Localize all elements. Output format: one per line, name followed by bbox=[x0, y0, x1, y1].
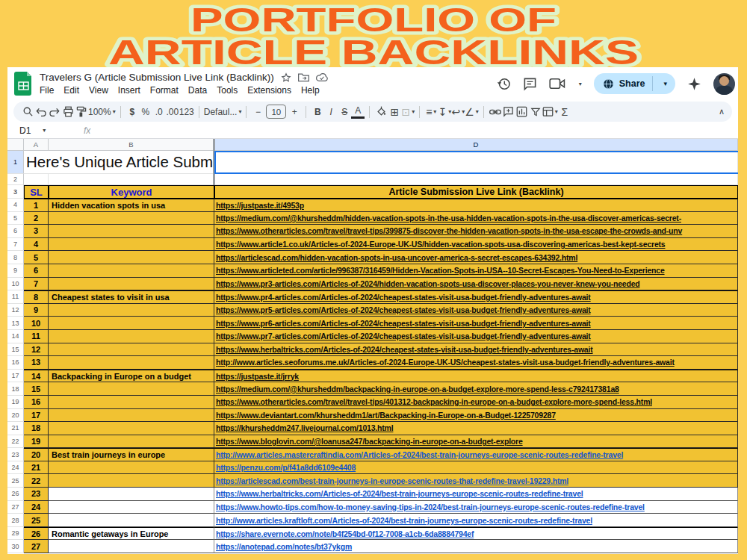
row-header[interactable]: 7 bbox=[7, 238, 24, 252]
insert-chart-icon[interactable] bbox=[515, 104, 529, 120]
hidden-column-c-indicator[interactable] bbox=[213, 139, 215, 185]
gemini-sparkle-icon[interactable] bbox=[687, 77, 701, 91]
row-header[interactable]: 5 bbox=[7, 212, 24, 225]
cell-a2[interactable] bbox=[24, 174, 49, 185]
cell-sl[interactable]: 25 bbox=[24, 514, 49, 527]
row-header[interactable]: 26 bbox=[7, 488, 24, 501]
cell-link[interactable]: https://www.pr4-articles.com/Articles-of… bbox=[214, 290, 738, 304]
row-header[interactable]: 20 bbox=[7, 409, 24, 423]
filter-icon[interactable] bbox=[529, 104, 542, 120]
cell-keyword[interactable] bbox=[49, 251, 214, 264]
cell-keyword[interactable] bbox=[49, 212, 214, 225]
row-header[interactable]: 14 bbox=[7, 330, 24, 343]
backlink-url[interactable]: https://www.howto-tips.com/how-to-money-… bbox=[216, 503, 645, 511]
cell-link[interactable]: https://medium.com/@khursheddm/backpacki… bbox=[214, 382, 738, 396]
cell-keyword[interactable] bbox=[49, 488, 214, 501]
row-header[interactable]: 23 bbox=[7, 448, 24, 461]
format-percent-button[interactable]: % bbox=[139, 104, 152, 120]
decrease-decimal-button[interactable]: .0 bbox=[152, 104, 166, 120]
cell-link[interactable]: https://articlescad.com/best-train-journ… bbox=[214, 474, 738, 488]
backlink-url[interactable]: https://www.articleted.com/article/99638… bbox=[216, 266, 665, 275]
name-box[interactable]: D1▾ bbox=[7, 125, 73, 136]
cell-sl[interactable]: 11 bbox=[24, 330, 49, 343]
backlink-url[interactable]: https://www.pr3-articles.com/Articles-of… bbox=[216, 279, 639, 288]
menu-tools[interactable]: Tools bbox=[217, 85, 238, 96]
menu-edit[interactable]: Edit bbox=[63, 85, 79, 96]
cell-link[interactable]: https://www.deviantart.com/khursheddm1/a… bbox=[214, 409, 738, 423]
backlink-url[interactable]: https://share.evernote.com/note/b4f254bd… bbox=[216, 529, 474, 538]
search-icon[interactable] bbox=[21, 104, 34, 120]
cell-link[interactable]: https://www.pr6-articles.com/Articles-of… bbox=[214, 317, 738, 330]
cell-sl[interactable]: 6 bbox=[24, 264, 49, 278]
cell-sl[interactable]: 12 bbox=[24, 343, 49, 357]
cell-keyword[interactable] bbox=[49, 330, 214, 343]
backlink-url[interactable]: https://www.article1.co.uk/Articles-of-2… bbox=[216, 240, 665, 249]
backlink-url[interactable]: https://www.herbaltricks.com/Articles-of… bbox=[216, 489, 583, 498]
row-header[interactable]: 4 bbox=[7, 199, 24, 212]
font-size-input[interactable]: 10 bbox=[266, 105, 286, 119]
row-header[interactable]: 24 bbox=[7, 461, 24, 475]
increase-font-size-button[interactable]: + bbox=[288, 104, 301, 120]
header-sl[interactable]: SL bbox=[24, 185, 49, 199]
cell-link[interactable]: http://www.articles.kraftloft.com/Articl… bbox=[214, 514, 738, 527]
cell-keyword[interactable] bbox=[49, 317, 214, 330]
decrease-font-size-button[interactable]: − bbox=[251, 104, 264, 120]
cell-sl[interactable]: 2 bbox=[24, 212, 49, 225]
cell-link[interactable]: https://anotepad.com/notes/bt37ykgm bbox=[214, 540, 738, 553]
column-header-b[interactable]: B bbox=[49, 139, 214, 151]
cell-sl[interactable]: 24 bbox=[24, 501, 49, 514]
row-header[interactable]: 19 bbox=[7, 396, 24, 409]
menu-file[interactable]: File bbox=[40, 85, 54, 96]
backlink-url[interactable]: https://medium.com/@khursheddm/hidden-va… bbox=[216, 214, 681, 223]
backlink-url[interactable]: http://www.articles.kraftloft.com/Articl… bbox=[216, 516, 592, 525]
backlink-url[interactable]: http://www.articles.mastercraftindia.com… bbox=[216, 450, 623, 459]
cell-keyword[interactable] bbox=[49, 382, 214, 396]
row-header[interactable]: 30 bbox=[7, 540, 24, 553]
header-backlink[interactable]: Article Submission Live Link (Backlink) bbox=[214, 185, 738, 199]
row-header-2[interactable]: 2 bbox=[7, 174, 24, 185]
account-avatar[interactable] bbox=[713, 73, 735, 95]
undo-icon[interactable] bbox=[34, 104, 48, 120]
row-header[interactable]: 8 bbox=[7, 251, 24, 264]
cell-sl[interactable]: 19 bbox=[24, 435, 49, 449]
italic-button[interactable]: I bbox=[324, 104, 338, 120]
text-wrap-button[interactable]: ↩▾ bbox=[451, 104, 465, 120]
cell-link[interactable]: https://www.herbaltricks.com/Articles-of… bbox=[214, 488, 738, 501]
row-header[interactable]: 9 bbox=[7, 264, 24, 278]
insert-comment-icon[interactable] bbox=[502, 104, 515, 120]
borders-button[interactable]: ⊞ bbox=[388, 104, 401, 120]
cell-link[interactable]: https://www.pr7-articles.com/Articles-of… bbox=[214, 330, 738, 343]
cell-sl[interactable]: 4 bbox=[24, 238, 49, 252]
cell-link[interactable]: https://khursheddm247.livejournal.com/10… bbox=[214, 422, 738, 435]
cell-sl[interactable]: 10 bbox=[24, 317, 49, 330]
cell-link[interactable]: https://www.otherarticles.com/travel/tra… bbox=[214, 396, 738, 409]
cell-sl[interactable]: 23 bbox=[24, 488, 49, 501]
backlink-url[interactable]: https://justpaste.it/jrryk bbox=[216, 372, 299, 381]
menu-format[interactable]: Format bbox=[150, 85, 179, 96]
sheets-logo-icon[interactable] bbox=[14, 72, 33, 96]
cell-link[interactable]: https://www.bloglovin.com/@loanusa247/ba… bbox=[214, 435, 738, 449]
row-header[interactable]: 16 bbox=[7, 356, 24, 370]
cell-sl[interactable]: 9 bbox=[24, 304, 49, 317]
cell-keyword[interactable]: Backpacking in Europe on a budget bbox=[49, 370, 214, 383]
cell-sl[interactable]: 13 bbox=[24, 356, 49, 370]
cell-link[interactable]: https://medium.com/@khursheddm/hidden-va… bbox=[214, 212, 738, 225]
backlink-url[interactable]: https://articlescad.com/hidden-vacation-… bbox=[216, 253, 577, 262]
row-header[interactable]: 25 bbox=[7, 474, 24, 488]
cell-keyword[interactable] bbox=[49, 304, 214, 317]
cell-sl[interactable]: 3 bbox=[24, 225, 49, 238]
backlink-url[interactable]: https://www.bloglovin.com/@loanusa247/ba… bbox=[216, 437, 523, 446]
cell-link[interactable]: https://www.pr3-articles.com/Articles-of… bbox=[214, 278, 738, 291]
cell-keyword[interactable]: Romantic getaways in Europe bbox=[49, 527, 214, 541]
cell-link[interactable]: https://justpaste.it/4953p bbox=[214, 199, 738, 212]
cell-sl[interactable]: 7 bbox=[24, 278, 49, 291]
cell-d2[interactable] bbox=[214, 174, 738, 185]
menu-insert[interactable]: Insert bbox=[118, 85, 140, 96]
backlink-url[interactable]: https://penzu.com/p/f41a8dd6109e4408 bbox=[216, 463, 356, 472]
cell-link[interactable]: https://www.article1.co.uk/Articles-of-2… bbox=[214, 238, 738, 252]
insert-link-icon[interactable] bbox=[489, 104, 502, 120]
row-header[interactable]: 15 bbox=[7, 343, 24, 357]
cell-keyword[interactable]: Hidden vacation spots in usa bbox=[49, 199, 214, 212]
row-header[interactable]: 12 bbox=[7, 304, 24, 317]
row-header[interactable]: 13 bbox=[7, 317, 24, 330]
